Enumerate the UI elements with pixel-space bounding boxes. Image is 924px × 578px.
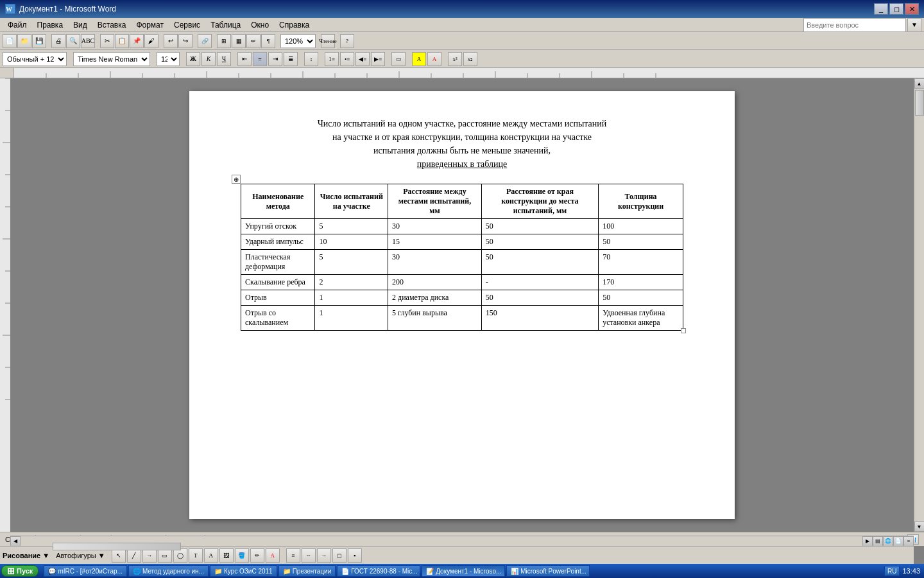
horizontal-scrollbar[interactable]: ◀ ▶ ▤ 🌐 📄 ≡	[10, 536, 914, 546]
columns-button[interactable]: ▦	[232, 34, 246, 48]
rectangle-button[interactable]: ▭	[158, 548, 172, 563]
close-button[interactable]: ✕	[905, 3, 919, 15]
bold-button[interactable]: Ж	[186, 52, 200, 66]
size-combo[interactable]: 12	[157, 52, 180, 66]
menu-window[interactable]: Окно	[246, 19, 274, 31]
increase-indent-button[interactable]: ▶≡	[371, 52, 385, 66]
font-color-button[interactable]: A	[427, 52, 441, 66]
redo-button[interactable]: ↪	[178, 34, 193, 48]
scroll-track[interactable]	[914, 89, 924, 521]
cut-button[interactable]: ✂	[100, 34, 114, 48]
taskbar-item-5[interactable]: 📝 Документ1 - Microso...	[422, 565, 505, 577]
menu-file[interactable]: Файл	[3, 19, 32, 31]
start-button[interactable]: ⊞ Пуск	[1, 565, 38, 577]
align-center-button[interactable]: ≡	[253, 52, 267, 66]
taskbar-item-3[interactable]: 📁 Презентации	[278, 565, 336, 577]
autoshapes-label[interactable]: Автофигуры ▼	[56, 552, 105, 559]
menu-edit[interactable]: Правка	[32, 19, 69, 31]
clipart-button[interactable]: 🖼	[219, 548, 234, 563]
style-combo[interactable]: Обычный + 12 г	[3, 52, 67, 66]
line-style-button[interactable]: ≡	[286, 548, 300, 563]
table-button[interactable]: ⊞	[217, 34, 231, 48]
h-scroll-thumb[interactable]	[53, 543, 181, 550]
fill-color-button[interactable]: 🪣	[235, 548, 249, 563]
outline-view-button[interactable]: ≡	[903, 536, 914, 547]
line-button[interactable]: ╱	[127, 548, 141, 563]
hyperlink-button[interactable]: 🔗	[198, 34, 212, 48]
align-left-button[interactable]: ⇤	[237, 52, 252, 66]
spell-button[interactable]: ABC	[81, 34, 95, 48]
paste-button[interactable]: 📌	[130, 34, 144, 48]
copy-button[interactable]: 📋	[115, 34, 129, 48]
zoom-combo[interactable]: 120%	[280, 34, 316, 48]
dash-style-button[interactable]: ╌	[302, 548, 316, 563]
help-search-input[interactable]	[803, 18, 906, 32]
wordart-button[interactable]: A	[204, 548, 218, 563]
read-button[interactable]: Чтение	[321, 34, 335, 48]
show-para-button[interactable]: ¶	[261, 34, 275, 48]
menu-table[interactable]: Таблица	[205, 19, 246, 31]
italic-button[interactable]: К	[201, 52, 216, 66]
taskbar-item-1[interactable]: 🌐 Метод ударного ин...	[128, 565, 209, 577]
arrow-style-button[interactable]: →	[317, 548, 331, 563]
scroll-right-button[interactable]: ▶	[862, 536, 873, 547]
menu-insert[interactable]: Вставка	[92, 19, 132, 31]
cell-count-6: 1	[315, 306, 388, 331]
oval-button[interactable]: ◯	[173, 548, 187, 563]
cell-count-3: 5	[315, 250, 388, 275]
taskbar-item-6[interactable]: 📊 Microsoft PowerPoint...	[506, 565, 590, 577]
scroll-down-button[interactable]: ▼	[914, 521, 925, 532]
format-painter-button[interactable]: 🖌	[144, 34, 158, 48]
menu-format[interactable]: Формат	[131, 19, 169, 31]
menu-help[interactable]: Справка	[274, 19, 314, 31]
border-button[interactable]: ▭	[391, 52, 406, 66]
textbox-button[interactable]: T	[189, 548, 203, 563]
undo-button[interactable]: ↩	[164, 34, 178, 48]
svg-rect-0	[14, 68, 924, 78]
decrease-indent-button[interactable]: ◀≡	[355, 52, 370, 66]
scroll-up-button[interactable]: ▲	[914, 78, 925, 89]
arrow-button[interactable]: →	[142, 548, 157, 563]
scroll-left-button[interactable]: ◀	[10, 536, 21, 547]
scroll-thumb[interactable]	[915, 90, 924, 116]
new-button[interactable]: 📄	[3, 34, 17, 48]
taskbar-item-0[interactable]: 💬 mIRC - [#от20иСтар...	[44, 565, 127, 577]
menu-view[interactable]: Вид	[68, 19, 92, 31]
select-button[interactable]: ↖	[112, 548, 126, 563]
web-view-button[interactable]: 🌐	[883, 536, 893, 547]
line-color-button[interactable]: ✏	[250, 548, 264, 563]
justify-button[interactable]: ≣	[284, 52, 298, 66]
taskbar-item-2[interactable]: 📁 Курс ОЗиС 2011	[210, 565, 277, 577]
line-spacing-button[interactable]: ↕	[304, 52, 318, 66]
table-resize-handle[interactable]	[681, 328, 686, 333]
restore-button[interactable]: ◻	[889, 3, 903, 15]
cell-thick-1: 100	[599, 219, 683, 234]
3d-button[interactable]: ▪	[348, 548, 362, 563]
align-right-button[interactable]: ⇥	[268, 52, 282, 66]
language-indicator[interactable]: RU	[884, 566, 900, 576]
superscript-button[interactable]: x²	[448, 52, 462, 66]
font-color-draw-button[interactable]: A	[266, 548, 280, 563]
font-combo[interactable]: Times New Roman	[73, 52, 150, 66]
highlight-button[interactable]: A	[412, 52, 426, 66]
menu-tools[interactable]: Сервис	[169, 19, 205, 31]
bullets-button[interactable]: •≡	[340, 52, 354, 66]
open-button[interactable]: 📁	[17, 34, 31, 48]
print-preview-button[interactable]: 🔍	[66, 34, 80, 48]
numbering-button[interactable]: 1≡	[325, 52, 339, 66]
svg-rect-21	[0, 78, 10, 532]
table-move-handle[interactable]: ⊕	[232, 175, 241, 184]
help-button[interactable]: ?	[340, 34, 354, 48]
underline-button[interactable]: Ч	[217, 52, 231, 66]
search-arrow-button[interactable]: ▼	[907, 18, 921, 32]
shadow-button[interactable]: ◻	[332, 548, 346, 563]
taskbar-item-4[interactable]: 📄 ГОСТ 22690-88 - Mic...	[337, 565, 420, 577]
print-view-button[interactable]: 📄	[893, 536, 903, 547]
print-button[interactable]: 🖨	[51, 34, 65, 48]
normal-view-button[interactable]: ▤	[873, 536, 883, 547]
drawing-button[interactable]: ✏	[246, 34, 261, 48]
subscript-button[interactable]: x₂	[463, 52, 477, 66]
vertical-scrollbar[interactable]: ▲ ▼	[914, 78, 924, 532]
minimize-button[interactable]: _	[874, 3, 888, 15]
save-button[interactable]: 💾	[32, 34, 46, 48]
